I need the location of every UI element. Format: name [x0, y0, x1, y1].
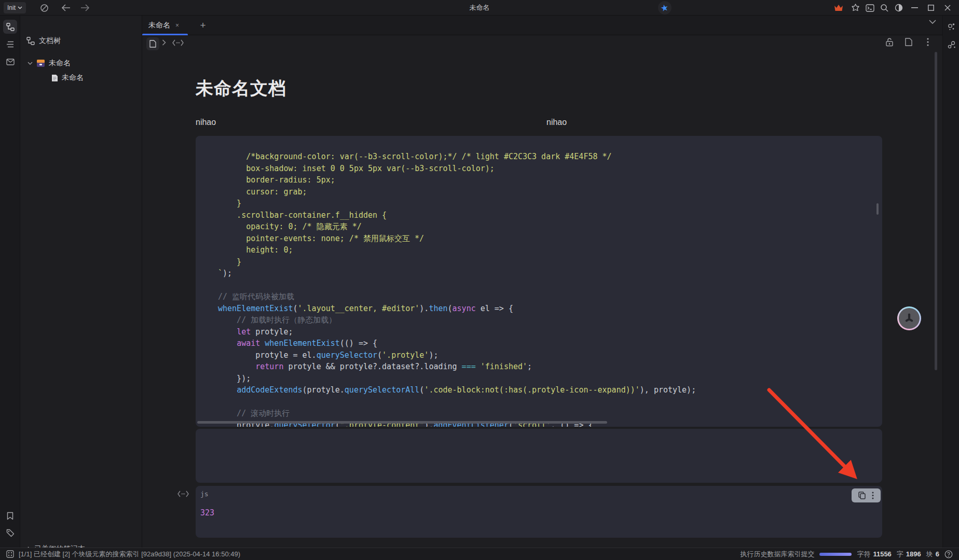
code-line: .scrollbar-container.f__hidden { [218, 209, 696, 221]
code-line [218, 396, 696, 408]
breadcrumb-doc-button[interactable] [146, 37, 159, 50]
breadcrumb [142, 35, 942, 52]
code-line: box-shadow: inset 0 0 5px 5px var(--b3-s… [218, 163, 696, 175]
document-icon [51, 74, 58, 82]
plugin-logo-icon [899, 308, 920, 329]
minimize-button[interactable] [907, 0, 922, 16]
code-line: `); [218, 268, 696, 279]
word-count: 1896 [906, 550, 921, 558]
status-stats-group: 执行历史数据库索引提交 字符 11556 字 1896 块 6 [740, 550, 959, 559]
search-icon[interactable] [877, 0, 892, 16]
code-line: addCodeExtends(protyle.querySelectorAll(… [218, 384, 696, 396]
more-actions-icon[interactable] [872, 492, 874, 499]
block-count-group: 块 6 [926, 550, 939, 559]
window-title: 未命名 [0, 0, 959, 16]
workspace-name: Init [7, 4, 16, 11]
tab-label: 未命名 [148, 21, 170, 30]
code-line: let protyle; [218, 326, 696, 338]
tab-list-chevron-icon[interactable] [929, 20, 936, 24]
code-line: border-radius: 5px; [218, 174, 696, 186]
file-tree-header: 文档树 [26, 36, 61, 46]
more-options-icon[interactable] [927, 38, 929, 46]
close-button[interactable] [940, 0, 955, 16]
tab-active[interactable]: 未命名 × [142, 16, 185, 35]
document-label[interactable]: 未命名 [62, 73, 84, 82]
notebook-row[interactable]: 未命名 [28, 59, 71, 68]
right-dock [942, 16, 959, 548]
title-bar: Init 未命名 ★ [0, 0, 959, 16]
sync-disabled-icon[interactable] [40, 0, 49, 16]
dock-outline-button[interactable] [3, 37, 17, 51]
theme-mode-icon[interactable] [892, 0, 906, 16]
paragraph-left[interactable]: nihao [196, 118, 216, 127]
code-content: /*background-color: var(--b3-scroll-colo… [218, 151, 696, 427]
tab-bar: 未命名 × + [142, 16, 942, 35]
code-block-js[interactable]: js 323 [196, 486, 882, 538]
code-line: protyle = el.querySelector('.protyle'); [218, 349, 696, 361]
notebook-label[interactable]: 未命名 [49, 59, 71, 68]
code-horizontal-scrollbar[interactable] [197, 421, 607, 424]
terminal-icon[interactable] [862, 0, 877, 16]
left-dock [0, 16, 20, 548]
forward-button[interactable] [80, 0, 90, 16]
block-label: 块 [926, 550, 933, 559]
editor-scrollbar[interactable] [935, 52, 937, 370]
code-vertical-scrollbar[interactable] [876, 203, 879, 215]
copy-icon[interactable] [858, 492, 866, 499]
dock-tag-button[interactable] [3, 526, 17, 540]
char-count: 11556 [873, 550, 891, 558]
paragraph-right[interactable]: nihao [546, 118, 567, 127]
code-line: // 加载时执行（静态加载） [218, 314, 696, 326]
code-block-breadcrumb-icon[interactable] [172, 39, 184, 46]
file-tree-panel: 文档树 未命名 未命名 已关闭的笔记本 [20, 16, 142, 548]
tab-close-icon[interactable]: × [175, 22, 179, 29]
code-line: cursor: grab; [218, 186, 696, 198]
back-button[interactable] [61, 0, 71, 16]
code-line: opacity: 0; /* 隐藏元素 */ [218, 221, 696, 233]
document-icon [149, 40, 156, 48]
dock-doctree-button[interactable] [3, 20, 17, 34]
workspace-switcher-button[interactable]: Init [4, 2, 26, 13]
code-content: 323 [200, 507, 214, 519]
plugin-icon[interactable] [848, 0, 862, 16]
help-icon[interactable] [944, 550, 953, 558]
code-block-main[interactable]: /*background-color: var(--b3-scroll-colo… [196, 136, 882, 427]
star-icon: ★ [660, 3, 669, 13]
document-row[interactable]: 未命名 [51, 73, 84, 82]
file-tree-title: 文档树 [39, 36, 61, 46]
maximize-button[interactable] [924, 0, 938, 16]
code-line: 323 [200, 507, 214, 519]
dock-inbox-button[interactable] [3, 55, 17, 69]
dock-bookmark-button[interactable] [3, 509, 17, 523]
code-line: } [218, 256, 696, 268]
new-tab-button[interactable]: + [196, 19, 210, 32]
code-action-toolbar [852, 488, 881, 502]
notebook-icon [36, 59, 45, 67]
plugin-floating-badge[interactable] [897, 306, 921, 330]
status-task-label: 执行历史数据库索引提交 [740, 550, 814, 559]
code-line: // 监听代码块被加载 [218, 291, 696, 303]
chevron-right-icon [162, 39, 166, 46]
page-title[interactable]: 未命名文档 [196, 77, 286, 101]
index-task-icon [6, 550, 14, 558]
code-block-empty[interactable] [196, 429, 882, 483]
star-notification-badge[interactable]: ★ [658, 1, 672, 15]
code-line: } [218, 198, 696, 209]
dock-global-graph-button[interactable] [944, 38, 958, 52]
dock-graph-button[interactable] [944, 20, 958, 34]
unlock-icon[interactable] [885, 38, 894, 47]
code-line: pointer-events: none; /* 禁用鼠标交互 */ [218, 233, 696, 245]
code-line: // 滚动时执行 [218, 408, 696, 419]
code-block-gutter-icon[interactable] [177, 491, 189, 497]
status-bar: [1/1] 已经创建 [2] 个块级元素的搜索索引 [92a9d38] (202… [0, 548, 959, 560]
vip-crown-icon[interactable] [831, 0, 846, 16]
code-language-label[interactable]: js [200, 490, 209, 498]
code-line: height: 0; [218, 244, 696, 256]
word-label: 字 [897, 550, 903, 559]
editor-area: 未命名 × + 未命名文档 n [142, 16, 942, 548]
code-line: }); [218, 373, 696, 385]
code-line: /*background-color: var(--b3-scroll-colo… [218, 151, 696, 163]
doc-properties-icon[interactable] [905, 38, 912, 46]
doctree-icon [26, 37, 35, 45]
chevron-down-icon[interactable] [28, 62, 33, 65]
